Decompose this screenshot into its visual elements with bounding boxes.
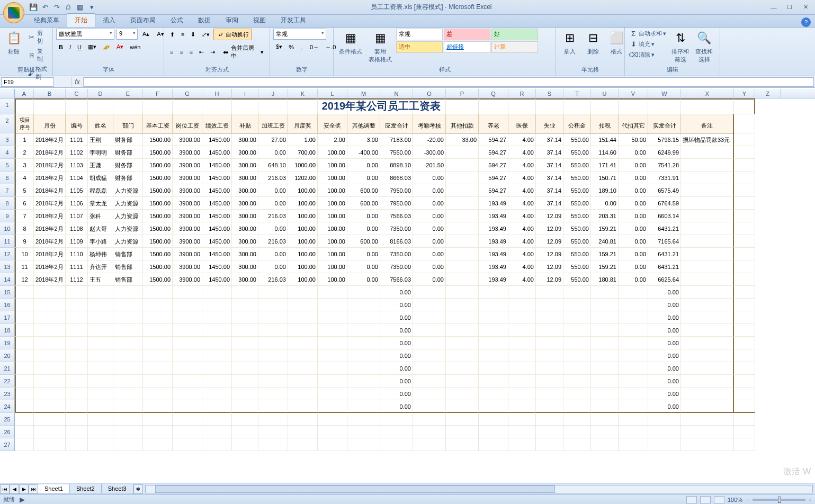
col-header-E[interactable]: E xyxy=(113,89,143,98)
cell[interactable] xyxy=(318,349,347,362)
cell[interactable]: 岗位工资 xyxy=(173,114,202,133)
cell[interactable]: 550.00 xyxy=(563,235,591,248)
cell[interactable] xyxy=(232,337,258,349)
cell[interactable]: 赵大哥 xyxy=(88,222,113,235)
cell[interactable]: 2 xyxy=(15,146,34,159)
cell[interactable]: 594.27 xyxy=(479,146,508,159)
cell[interactable]: 编号 xyxy=(66,114,88,133)
cell[interactable] xyxy=(318,299,347,311)
tab-开发工具[interactable]: 开发工具 xyxy=(273,14,314,27)
cell[interactable]: 销售部 xyxy=(113,260,143,273)
col-header-G[interactable]: G xyxy=(173,89,202,98)
cell[interactable]: 4.00 xyxy=(508,260,536,273)
cell[interactable] xyxy=(536,337,563,349)
cell[interactable]: 0.00 xyxy=(258,260,288,273)
increase-font-button[interactable]: A▴ xyxy=(140,29,152,40)
cell[interactable]: 193.49 xyxy=(479,210,508,222)
cell[interactable] xyxy=(591,426,619,438)
cell[interactable] xyxy=(591,286,619,299)
sheet-nav-first[interactable]: ⏮ xyxy=(0,484,10,494)
cell[interactable] xyxy=(648,438,681,451)
cell[interactable] xyxy=(113,311,143,324)
cell[interactable] xyxy=(258,438,288,451)
cell[interactable] xyxy=(173,400,202,413)
cell[interactable] xyxy=(380,426,413,438)
cell[interactable] xyxy=(591,349,619,362)
cell[interactable] xyxy=(34,311,66,324)
cell[interactable] xyxy=(173,413,202,426)
cell[interactable]: -400.00 xyxy=(347,146,380,159)
cell[interactable]: 216.03 xyxy=(258,210,288,222)
cell[interactable]: 6431.21 xyxy=(648,260,681,273)
cell[interactable] xyxy=(318,413,347,426)
cell[interactable]: 216.03 xyxy=(258,172,288,184)
cell[interactable]: 章太龙 xyxy=(88,197,113,210)
cell[interactable]: 1500.00 xyxy=(143,222,173,235)
cell[interactable]: 公积金 xyxy=(563,114,591,133)
cell[interactable] xyxy=(288,337,318,349)
cell[interactable]: 3900.00 xyxy=(173,260,202,273)
cell[interactable]: 8 xyxy=(15,222,34,235)
cell[interactable] xyxy=(143,362,173,375)
cell[interactable] xyxy=(446,337,479,349)
cell[interactable] xyxy=(15,324,34,337)
cell[interactable] xyxy=(232,311,258,324)
cell[interactable]: 0.00 xyxy=(648,324,681,337)
cell[interactable] xyxy=(681,413,734,426)
cell[interactable] xyxy=(143,388,173,400)
cell[interactable]: 193.49 xyxy=(479,260,508,273)
cell[interactable]: 1108 xyxy=(66,222,88,235)
cell[interactable] xyxy=(202,388,232,400)
cell[interactable] xyxy=(681,426,734,438)
cell[interactable]: 4 xyxy=(15,172,34,184)
cell[interactable] xyxy=(734,172,755,184)
cell[interactable] xyxy=(734,438,755,451)
cell[interactable]: 销售部 xyxy=(113,273,143,286)
row-header-13[interactable]: 13 xyxy=(0,260,15,273)
cell[interactable] xyxy=(380,413,413,426)
cell[interactable] xyxy=(143,337,173,349)
cell[interactable] xyxy=(113,349,143,362)
cell[interactable] xyxy=(413,311,446,324)
row-header-4[interactable]: 4 xyxy=(0,146,15,159)
cell[interactable]: 550.00 xyxy=(563,159,591,172)
col-header-B[interactable]: B xyxy=(34,89,66,98)
col-header-D[interactable]: D xyxy=(88,89,113,98)
cell[interactable] xyxy=(619,324,648,337)
cell[interactable] xyxy=(202,426,232,438)
cell[interactable] xyxy=(446,273,479,286)
cell[interactable]: 3900.00 xyxy=(173,273,202,286)
cell[interactable]: 1500.00 xyxy=(143,172,173,184)
cell[interactable]: 300.00 xyxy=(232,273,258,286)
cell[interactable]: 0.00 xyxy=(347,248,380,260)
cell[interactable] xyxy=(143,349,173,362)
cell[interactable] xyxy=(113,388,143,400)
page-layout-view-button[interactable] xyxy=(700,496,711,503)
cell[interactable] xyxy=(288,438,318,451)
cell[interactable]: 550.00 xyxy=(563,197,591,210)
cell[interactable] xyxy=(508,388,536,400)
cell[interactable]: 1500.00 xyxy=(143,235,173,248)
cell[interactable]: 300.00 xyxy=(232,197,258,210)
row-header-25[interactable]: 25 xyxy=(0,413,15,426)
new-sheet-button[interactable]: ✽ xyxy=(133,484,143,494)
cell[interactable]: 171.41 xyxy=(591,159,619,172)
cell[interactable]: 2018年2月 xyxy=(34,222,66,235)
cell[interactable]: 0.00 xyxy=(619,222,648,235)
cell[interactable]: 150.71 xyxy=(591,172,619,184)
cell[interactable]: 3 xyxy=(15,159,34,172)
cell[interactable]: 王刚 xyxy=(88,133,113,146)
col-header-N[interactable]: N xyxy=(380,89,413,98)
style-差[interactable]: 差 xyxy=(444,29,490,40)
cell[interactable]: 0.00 xyxy=(380,400,413,413)
cell[interactable]: 50.00 xyxy=(619,133,648,146)
cell[interactable] xyxy=(202,438,232,451)
cell[interactable]: 12.09 xyxy=(536,273,563,286)
cell[interactable] xyxy=(347,324,380,337)
cell[interactable] xyxy=(88,413,113,426)
cell[interactable] xyxy=(413,286,446,299)
cell[interactable]: 159.21 xyxy=(591,260,619,273)
insert-cells-button[interactable]: ⊞插入 xyxy=(559,29,580,57)
cell[interactable] xyxy=(734,260,755,273)
cell[interactable]: 0.00 xyxy=(619,248,648,260)
